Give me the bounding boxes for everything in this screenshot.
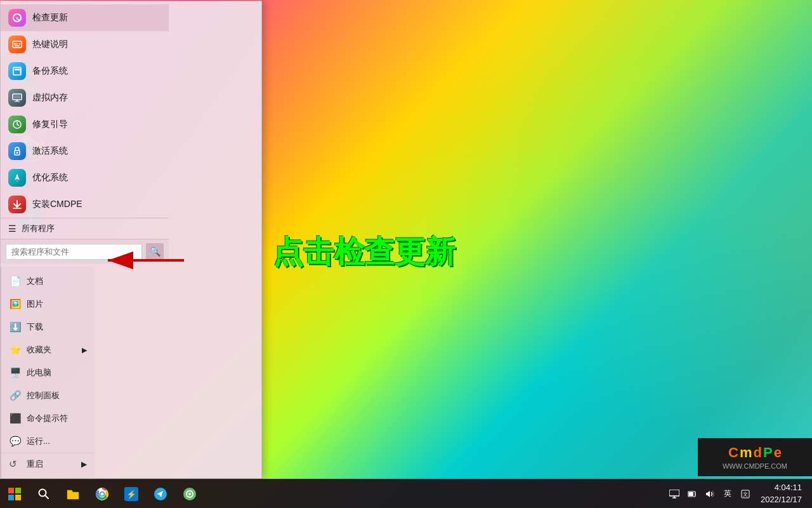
taskbar-extra-button[interactable] [175, 479, 204, 509]
svg-text:文: 文 [743, 491, 748, 497]
svg-point-29 [16, 152, 18, 154]
svg-rect-24 [14, 95, 20, 98]
svg-rect-37 [15, 488, 21, 493]
svg-point-44 [101, 492, 104, 495]
svg-rect-55 [689, 492, 693, 496]
svg-text:⚡: ⚡ [126, 489, 137, 500]
right-item-run[interactable]: 💬 运行... [1, 430, 95, 453]
svg-rect-36 [8, 488, 14, 493]
menu-item-install[interactable]: 安装CMDPE [1, 191, 169, 218]
svg-rect-38 [8, 495, 14, 500]
tray-lang-icon[interactable]: 英 [720, 486, 735, 502]
right-item-cmd[interactable]: ⬛ 命令提示符 [1, 407, 95, 430]
hotkey-icon [8, 36, 26, 53]
control-panel-label: 控制面板 [27, 390, 60, 401]
right-item-thispc[interactable]: 🖥️ 此电脑 [1, 361, 95, 384]
svg-rect-18 [19, 43, 20, 44]
tray-volume-icon[interactable] [702, 486, 717, 502]
optimize-label: 优化系统 [32, 172, 68, 184]
backup-icon [8, 62, 26, 80]
tray-battery-icon[interactable] [684, 486, 700, 502]
downloads-icon: ⬇️ [9, 321, 22, 333]
taskbar-explorer-button[interactable] [58, 479, 88, 509]
taskbar-right: 英 文 4:04:11 2022/12/17 [667, 482, 812, 505]
install-icon [8, 196, 26, 213]
tray-ime-icon[interactable]: 文 [738, 486, 753, 502]
control-panel-icon: 🔗 [9, 389, 22, 402]
clock-time: 4:04:11 [761, 482, 802, 493]
run-label: 运行... [27, 436, 50, 447]
right-item-downloads[interactable]: ⬇️ 下载 [1, 316, 95, 338]
run-icon: 💬 [9, 435, 22, 448]
favorites-icon: ⭐ [9, 344, 22, 356]
svg-rect-16 [14, 43, 16, 44]
menu-item-optimize[interactable]: 优化系统 [1, 164, 169, 191]
all-programs-item[interactable]: ☰ 所有程序 [1, 218, 169, 239]
svg-rect-25 [16, 100, 18, 101]
svg-rect-21 [15, 69, 20, 70]
vm-icon [8, 89, 26, 107]
menu-item-hotkey[interactable]: 热键说明 [1, 31, 169, 58]
all-programs-icon: ☰ [8, 224, 16, 234]
svg-point-50 [188, 493, 191, 495]
annotation-text: 点击检查更新 [273, 232, 455, 272]
install-label: 安装CMDPE [32, 199, 82, 210]
right-item-pictures[interactable]: 🖼️ 图片 [1, 293, 95, 316]
pictures-label: 图片 [27, 298, 43, 310]
desktop: 此电脑 ♻ 回收站 [0, 0, 812, 508]
taskbar-chrome-button[interactable] [88, 479, 117, 509]
favorites-label: 收藏夹 [27, 344, 51, 356]
taskbar: ⚡ [0, 479, 812, 508]
activate-icon [8, 142, 26, 160]
taskbar-store-button[interactable]: ⚡ [117, 479, 146, 509]
downloads-label: 下载 [27, 321, 43, 333]
restart-arrow: ▶ [81, 460, 87, 469]
cmd-icon: ⬛ [9, 412, 22, 425]
clock-date: 2022/12/17 [761, 494, 802, 505]
cmdpe-logo: C m d P e WWW.CMDPE.COM [698, 438, 812, 476]
start-menu: 检查更新 热键说明 备份系统 [0, 1, 262, 479]
repair-label: 修复引导 [32, 119, 68, 130]
backup-label: 备份系统 [32, 65, 68, 77]
cmdpe-url: WWW.CMDPE.COM [723, 462, 787, 470]
restart-label: 重启 [27, 458, 43, 470]
hotkey-label: 热键说明 [32, 39, 68, 50]
start-menu-left: 检查更新 热键说明 备份系统 [1, 1, 169, 267]
menu-item-check-update[interactable]: 检查更新 [1, 4, 169, 31]
menu-item-repair[interactable]: 修复引导 [1, 111, 169, 138]
check-update-label: 检查更新 [32, 12, 68, 23]
right-item-favorites[interactable]: ⭐ 收藏夹 ▶ [1, 338, 95, 361]
taskbar-search-button[interactable] [29, 479, 58, 509]
tray-monitor-icon[interactable] [667, 486, 682, 502]
favorites-arrow: ▶ [82, 346, 87, 354]
menu-item-activate[interactable]: 激活系统 [1, 138, 169, 164]
restart-item[interactable]: ↺ 重启 ▶ [1, 453, 95, 475]
right-item-control-panel[interactable]: 🔗 控制面板 [1, 384, 95, 407]
taskbar-telegram-button[interactable] [146, 479, 175, 509]
all-programs-label: 所有程序 [22, 223, 55, 234]
cmd-label: 命令提示符 [27, 413, 68, 424]
svg-rect-22 [20, 69, 21, 74]
svg-rect-51 [669, 490, 679, 496]
svg-rect-26 [15, 101, 20, 102]
svg-line-41 [45, 495, 48, 498]
activate-label: 激活系统 [32, 145, 68, 157]
right-item-documents[interactable]: 📄 文档 [1, 270, 95, 293]
menu-item-vm[interactable]: 虚拟内存 [1, 84, 169, 111]
documents-icon: 📄 [9, 275, 22, 288]
svg-rect-39 [15, 495, 21, 500]
check-update-icon [8, 9, 26, 27]
documents-label: 文档 [27, 276, 43, 287]
clock[interactable]: 4:04:11 2022/12/17 [756, 482, 807, 505]
arrow-annotation [105, 251, 187, 270]
start-button[interactable] [0, 479, 29, 509]
svg-rect-17 [16, 43, 18, 44]
optimize-icon [8, 169, 26, 187]
start-menu-right: 📄 文档 🖼️ 图片 ⬇️ 下载 ⭐ 收藏夹 ▶ 🖥️ [1, 267, 95, 478]
vm-label: 虚拟内存 [32, 92, 68, 104]
menu-item-backup[interactable]: 备份系统 [1, 58, 169, 84]
right-thispc-label: 此电脑 [27, 367, 51, 378]
right-thispc-icon: 🖥️ [9, 366, 22, 379]
svg-rect-19 [15, 45, 20, 46]
restart-icon: ↺ [9, 458, 22, 470]
